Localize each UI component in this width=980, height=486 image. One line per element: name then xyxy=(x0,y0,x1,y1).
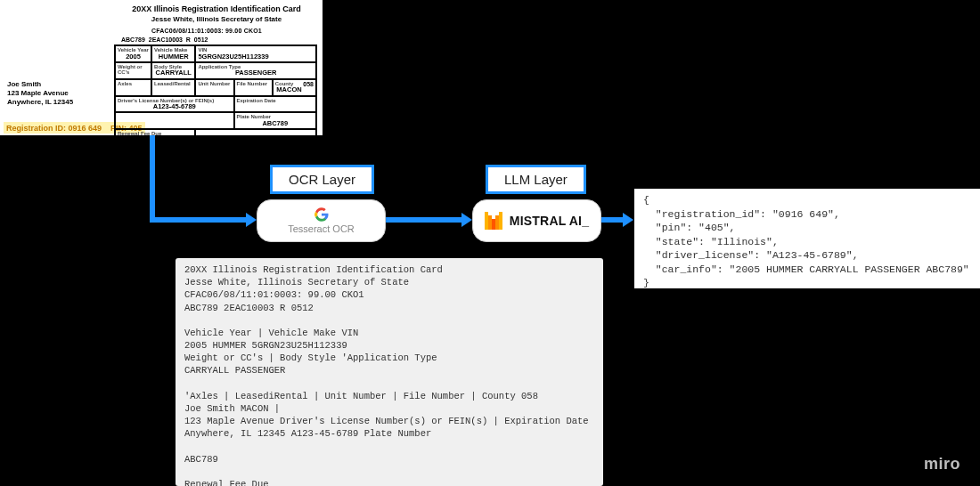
addr-street: 123 Maple Avenue xyxy=(7,89,69,97)
val-dl: A123-45-6789 xyxy=(118,103,232,110)
arrow-head-3 xyxy=(623,213,633,227)
val-plate: ABC789 xyxy=(237,120,314,127)
val-apptype: PASSENGER xyxy=(198,69,314,77)
card-title: 20XX Illinois Registration Identificatio… xyxy=(114,5,319,14)
label-leased: Leased/Rental xyxy=(154,81,191,86)
mistral-label: MISTRAL AI_ xyxy=(510,214,589,228)
addr-name: Joe Smith xyxy=(7,80,41,88)
address-block: Joe Smith 123 Maple Avenue Anywhere, IL … xyxy=(7,80,73,107)
llm-layer-tag: LLM Layer xyxy=(486,165,586,194)
label-exp: Expiration Date xyxy=(237,98,276,103)
card-code-line-1: CFAC06/08/11:01:0003: 99.00 CKO1 xyxy=(151,28,262,34)
addr-city: Anywhere, IL 12345 xyxy=(7,98,73,106)
registration-card: 20XX Illinois Registration Identificatio… xyxy=(0,0,323,135)
regid: Registration ID: 0916 649 xyxy=(6,124,102,133)
val-vin: 5GRGN23U25H112339 xyxy=(198,53,314,61)
val-fee: $55.00 xyxy=(118,137,192,144)
arrow-ocr-to-llm xyxy=(386,217,461,223)
label-axles: Axles xyxy=(118,81,132,86)
ocr-stage: Tesseract OCR xyxy=(257,199,386,242)
card-code-line-2: ABC789 2EAC10003 R 0512 xyxy=(121,36,208,43)
label-unit: Unit Number xyxy=(198,81,230,86)
val-county: MACON xyxy=(275,86,314,93)
arrow-card-to-ocr-v xyxy=(150,135,155,223)
arrow-llm-to-json xyxy=(601,217,623,223)
val-county-no: 058 xyxy=(303,81,314,88)
mistral-icon xyxy=(485,212,502,230)
label-file: File Number xyxy=(237,81,268,86)
val-vehicle-year: 2005 xyxy=(118,53,149,61)
tesseract-label: Tesseract OCR xyxy=(288,223,355,234)
google-g-icon xyxy=(314,207,329,222)
vehicle-table: Vehicle Year2005 Vehicle MakeHUMMER VIN5… xyxy=(114,45,317,147)
json-output: { "registration_id": "0916 649", "pin": … xyxy=(634,189,980,288)
ocr-layer-tag: OCR Layer xyxy=(270,165,374,194)
val-body: CARRYALL xyxy=(154,69,192,77)
label-weight: Weight or CC's xyxy=(118,64,143,76)
miro-watermark: miro xyxy=(924,455,960,474)
card-subtitle: Jesse White, Illinois Secretary of State xyxy=(114,15,319,23)
val-vehicle-make: HUMMER xyxy=(154,53,192,61)
ocr-raw-output: 20XX Illinois Registration Identificatio… xyxy=(176,258,603,486)
arrow-card-to-ocr-h xyxy=(150,217,246,223)
arrow-head-2 xyxy=(461,213,472,227)
arrow-head-1 xyxy=(246,213,257,227)
llm-stage: MISTRAL AI_ xyxy=(472,199,601,242)
